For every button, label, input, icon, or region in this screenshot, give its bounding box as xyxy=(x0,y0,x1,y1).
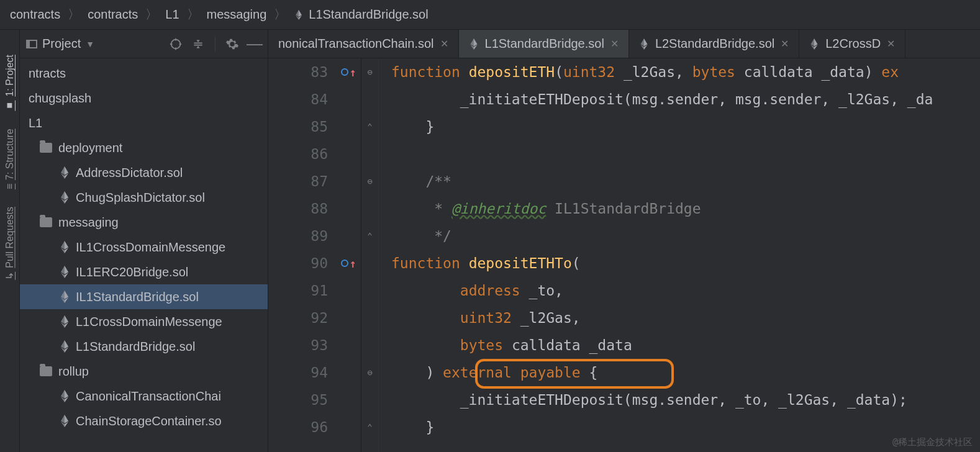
project-toolbar: Project ▼ — xyxy=(20,30,268,58)
tree-item[interactable]: ChainStorageContainer.so xyxy=(20,409,268,433)
tree-item-label: IL1CrossDomainMessenge xyxy=(76,240,225,255)
breadcrumb-item[interactable]: contracts xyxy=(88,7,138,22)
tree-item[interactable]: messaging xyxy=(20,210,268,235)
marker-cell[interactable]: ↑ xyxy=(341,250,356,277)
chevron-right-icon: 〉 xyxy=(274,6,286,23)
tool-rail: ■ 1: Project ≡ 7: Structure ↳ Pull Reque… xyxy=(0,30,20,452)
fold-toggle-icon[interactable]: ⌃ xyxy=(367,122,372,132)
breadcrumb-item[interactable]: L1 xyxy=(165,7,179,22)
line-number[interactable]: 88 xyxy=(311,195,328,222)
line-number[interactable]: 85 xyxy=(311,113,328,140)
project-tree[interactable]: ntractschugsplashL1deploymentAddressDict… xyxy=(20,58,268,452)
tree-item-label: rollup xyxy=(58,364,89,379)
tool-structure[interactable]: ≡ 7: Structure xyxy=(4,129,16,189)
project-title[interactable]: Project ▼ xyxy=(26,37,94,51)
tree-item[interactable]: chugsplash xyxy=(20,86,268,111)
folder-icon xyxy=(40,217,52,227)
close-icon[interactable]: ✕ xyxy=(887,38,895,50)
editor-body: 8384858687888990919293949596 ↑↑ ⊖⌃⊖⌃⊖⌃ f… xyxy=(268,58,980,452)
fold-gutter[interactable]: ⊖⌃⊖⌃⊖⌃ xyxy=(361,58,379,452)
line-number[interactable]: 86 xyxy=(311,140,328,168)
tree-item[interactable]: L1 xyxy=(20,111,268,135)
tree-item[interactable]: rollup xyxy=(20,359,268,384)
tab-label: L1StandardBridge.sol xyxy=(485,37,604,51)
line-number-gutter[interactable]: 8384858687888990919293949596 xyxy=(268,58,337,452)
tool-pull-requests[interactable]: ↳ Pull Requests xyxy=(4,207,16,280)
chevron-right-icon: 〉 xyxy=(187,6,199,23)
override-marker-icon[interactable]: ↑ xyxy=(341,257,356,270)
tree-item-label: deployment xyxy=(58,141,122,155)
tree-item[interactable]: AddressDictator.sol xyxy=(20,160,268,185)
line-number[interactable]: 92 xyxy=(311,304,328,332)
line-number[interactable]: 94 xyxy=(311,359,328,386)
fold-toggle-icon[interactable]: ⌃ xyxy=(367,231,372,241)
collapse-all-icon[interactable] xyxy=(191,37,205,51)
breadcrumb-item[interactable]: L1StandardBridge.sol xyxy=(294,7,428,22)
ethereum-icon xyxy=(60,166,70,179)
breadcrumb-item[interactable]: contracts xyxy=(10,7,60,22)
fold-cell[interactable]: ⌃ xyxy=(367,113,372,140)
line-number[interactable]: 83 xyxy=(311,58,328,86)
fold-cell[interactable]: ⊖ xyxy=(367,359,372,386)
target-icon[interactable] xyxy=(169,37,183,51)
tool-project[interactable]: ■ 1: Project xyxy=(4,55,16,111)
tree-item-label: ChainStorageContainer.so xyxy=(76,414,222,428)
gear-icon[interactable] xyxy=(225,37,239,51)
tree-item[interactable]: CanonicalTransactionChai xyxy=(20,384,268,409)
line-number[interactable]: 87 xyxy=(311,168,328,195)
editor-tab[interactable]: nonicalTransactionChain.sol✕ xyxy=(268,30,459,58)
tree-item[interactable]: IL1CrossDomainMessenge xyxy=(20,235,268,260)
tree-item[interactable]: ntracts xyxy=(20,61,268,86)
ethereum-icon xyxy=(294,10,304,20)
fold-toggle-icon[interactable]: ⊖ xyxy=(367,368,372,377)
ethereum-icon xyxy=(60,291,70,303)
tree-item-label: messaging xyxy=(58,215,119,230)
fold-toggle-icon[interactable]: ⌃ xyxy=(367,422,372,432)
chevron-down-icon: ▼ xyxy=(86,39,94,49)
line-number[interactable]: 93 xyxy=(311,332,328,359)
tree-item[interactable]: deployment xyxy=(20,135,268,160)
tree-item[interactable]: ChugSplashDictator.sol xyxy=(20,185,268,210)
tree-item-label: L1StandardBridge.sol xyxy=(76,340,195,354)
ide-root: contracts 〉 contracts 〉 L1 〉 messaging 〉… xyxy=(0,0,980,452)
toolbar-divider xyxy=(215,37,216,52)
fold-toggle-icon[interactable]: ⊖ xyxy=(367,67,372,77)
ethereum-icon xyxy=(60,415,70,427)
editor-tab[interactable]: L1StandardBridge.sol✕ xyxy=(459,30,629,58)
fold-cell[interactable]: ⌃ xyxy=(367,414,372,441)
close-icon[interactable]: ✕ xyxy=(440,38,448,50)
tree-item[interactable]: IL1ERC20Bridge.sol xyxy=(20,260,268,284)
tree-item[interactable]: L1CrossDomainMessenge xyxy=(20,309,268,334)
editor-area: nonicalTransactionChain.sol✕L1StandardBr… xyxy=(268,30,980,452)
tree-item[interactable]: IL1StandardBridge.sol xyxy=(20,284,268,309)
ethereum-icon xyxy=(60,315,70,328)
fold-toggle-icon[interactable]: ⊖ xyxy=(367,176,372,186)
line-number[interactable]: 84 xyxy=(311,86,328,113)
line-number[interactable]: 95 xyxy=(311,386,328,414)
breadcrumb-item[interactable]: messaging xyxy=(207,7,267,22)
close-icon[interactable]: ✕ xyxy=(610,38,619,50)
close-icon[interactable]: ✕ xyxy=(781,38,789,50)
tab-label: nonicalTransactionChain.sol xyxy=(278,37,434,51)
line-number[interactable]: 91 xyxy=(311,277,328,304)
ethereum-icon xyxy=(60,191,70,204)
ethereum-icon xyxy=(60,266,70,278)
ethereum-icon xyxy=(60,340,70,353)
breadcrumb: contracts 〉 contracts 〉 L1 〉 messaging 〉… xyxy=(0,0,980,30)
hide-icon[interactable]: — xyxy=(248,37,261,51)
project-panel: Project ▼ — ntractschugsplashL1deploymen… xyxy=(20,30,268,452)
fold-cell[interactable]: ⌃ xyxy=(367,222,372,250)
override-marker-icon[interactable]: ↑ xyxy=(341,66,356,79)
line-number[interactable]: 89 xyxy=(311,222,328,250)
code-view[interactable]: function depositETH(uint32 _l2Gas, bytes… xyxy=(379,58,980,452)
tree-item[interactable]: L1StandardBridge.sol xyxy=(20,334,268,359)
editor-tab[interactable]: L2CrossD✕ xyxy=(799,30,905,58)
editor-tab[interactable]: L2StandardBridge.sol✕ xyxy=(629,30,799,58)
fold-cell[interactable]: ⊖ xyxy=(367,168,372,195)
line-number[interactable]: 90 xyxy=(311,250,328,277)
marker-gutter[interactable]: ↑↑ xyxy=(337,58,361,452)
ethereum-icon xyxy=(809,38,819,50)
marker-cell[interactable]: ↑ xyxy=(341,58,356,86)
fold-cell[interactable]: ⊖ xyxy=(367,58,372,86)
line-number[interactable]: 96 xyxy=(311,414,328,441)
